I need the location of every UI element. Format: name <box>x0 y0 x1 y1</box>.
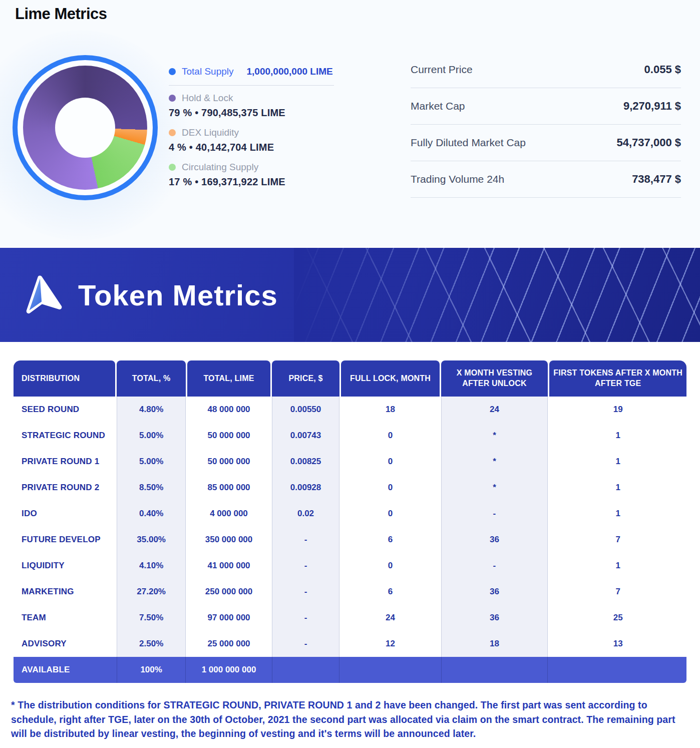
lime-metrics-section: Lime Metrics Total Supply 1,000,000,000 … <box>0 0 700 246</box>
table-cell: 0 <box>341 449 439 475</box>
stat-row: Trading Volume 24h738,477 $ <box>411 161 681 198</box>
token-distribution-table: DISTRIBUTIONTOTAL, %TOTAL, LIMEPRICE, $F… <box>14 360 686 683</box>
table-cell: 85 000 000 <box>187 475 270 501</box>
table-cell: 18 <box>341 397 439 423</box>
table-cell: 25 <box>549 605 686 631</box>
table-cell: - <box>272 553 340 579</box>
table-cell: 5.00% <box>117 449 186 475</box>
paper-plane-icon <box>20 271 66 318</box>
legend-dot-icon <box>169 164 176 171</box>
page-title: Lime Metrics <box>15 5 107 23</box>
table-cell: IDO <box>14 501 115 527</box>
table-cell: 27.20% <box>117 579 186 605</box>
table-cell: 1 000 000 000 <box>187 657 270 683</box>
stat-row: Fully Diluted Market Cap54,737,000 $ <box>411 125 681 161</box>
total-supply-label: Total Supply <box>182 66 234 77</box>
table-row: PRIVATE ROUND 15.00%50 000 0000.008250*1 <box>14 449 686 475</box>
legend-item-value: 4 % • 40,142,704 LIME <box>169 142 334 153</box>
stat-value: 54,737,000 $ <box>617 136 681 149</box>
table-header-cell: TOTAL, LIME <box>187 360 270 397</box>
legend-total-supply: Total Supply 1,000,000,000 LIME <box>169 66 334 77</box>
table-row: MARKETING27.20%250 000 000-6367 <box>14 579 686 605</box>
supply-donut-chart <box>13 55 158 200</box>
table-footnote: * The distribution conditions for STRATE… <box>11 698 688 741</box>
table-cell: PRIVATE ROUND 1 <box>14 449 115 475</box>
table-cell: 7 <box>549 579 686 605</box>
banner-title: Token Metrics <box>78 278 278 312</box>
table-cell: 24 <box>341 605 439 631</box>
table-cell <box>549 657 686 683</box>
table-header-cell: FULL LOCK, MONTH <box>341 360 439 397</box>
table-cell: PRIVATE ROUND 2 <box>14 475 115 501</box>
legend-item-label: Circulating Supply <box>182 162 258 173</box>
table-cell: 5.00% <box>117 423 186 449</box>
table-footer-row: AVAILABLE100%1 000 000 000 <box>14 657 686 683</box>
stat-row: Current Price0.055 $ <box>411 52 681 88</box>
stat-label: Market Cap <box>411 100 465 112</box>
legend-divider <box>169 85 334 86</box>
legend-item-head: Circulating Supply <box>169 162 334 173</box>
table-header-cell: TOTAL, % <box>117 360 186 397</box>
table-cell: 100% <box>117 657 186 683</box>
table-cell: 4.10% <box>117 553 186 579</box>
table-cell: 0.00743 <box>272 423 340 449</box>
table-cell: 0.00550 <box>272 397 340 423</box>
legend-dot-icon <box>169 95 176 102</box>
mesh-pattern <box>294 248 700 342</box>
legend-dot-icon <box>169 129 176 136</box>
legend-item-head: Hold & Lock <box>169 93 334 104</box>
table-cell: 0 <box>341 553 439 579</box>
table-row: LIQUIDITY4.10%41 000 000-0-1 <box>14 553 686 579</box>
table-cell: * <box>441 423 548 449</box>
table-cell: 250 000 000 <box>187 579 270 605</box>
table-cell: 13 <box>549 631 686 657</box>
table-cell: 4 000 000 <box>187 501 270 527</box>
table-cell: LIQUIDITY <box>14 553 115 579</box>
table-cell: 97 000 000 <box>187 605 270 631</box>
legend-item-label: DEX Liquidity <box>182 127 239 138</box>
table-row: PRIVATE ROUND 28.50%85 000 0000.009280*1 <box>14 475 686 501</box>
table-cell: 50 000 000 <box>187 449 270 475</box>
table-cell: - <box>272 527 340 553</box>
table-cell: * <box>441 475 548 501</box>
table-cell: 1 <box>549 475 686 501</box>
table-cell: - <box>272 631 340 657</box>
table-cell: 1 <box>549 553 686 579</box>
stat-value: 738,477 $ <box>632 173 681 186</box>
table-cell <box>441 657 548 683</box>
table-cell: SEED ROUND <box>14 397 115 423</box>
table-cell: 1 <box>549 449 686 475</box>
legend-item-head: DEX Liquidity <box>169 127 334 138</box>
market-stats-panel: Current Price0.055 $Market Cap9,270,911 … <box>411 52 681 198</box>
supply-legend: Total Supply 1,000,000,000 LIME Hold & L… <box>169 66 334 196</box>
table-cell: 12 <box>341 631 439 657</box>
table-row: ADVISORY2.50%25 000 000-121813 <box>14 631 686 657</box>
stat-label: Current Price <box>411 64 473 76</box>
table-cell: 2.50% <box>117 631 186 657</box>
table-row: STRATEGIC ROUND5.00%50 000 0000.007430*1 <box>14 423 686 449</box>
table-cell: 36 <box>441 579 548 605</box>
table-cell: * <box>441 449 548 475</box>
table-cell: 6 <box>341 579 439 605</box>
table-cell: 6 <box>341 527 439 553</box>
table-cell: 7 <box>549 527 686 553</box>
table-cell: ADVISORY <box>14 631 115 657</box>
table-cell: - <box>441 501 548 527</box>
donut-hole <box>55 98 115 158</box>
table-cell: 7.50% <box>117 605 186 631</box>
table-header-cell: X MONTH VESTING AFTER UNLOCK <box>441 360 548 397</box>
table-cell: 50 000 000 <box>187 423 270 449</box>
table-cell: 25 000 000 <box>187 631 270 657</box>
table-header-cell: FIRST TOKENS AFTER X MONTH AFTER TGE <box>549 360 686 397</box>
table-cell: 18 <box>441 631 548 657</box>
table-header-row: DISTRIBUTIONTOTAL, %TOTAL, LIMEPRICE, $F… <box>14 360 686 397</box>
table-row: FUTURE DEVELOP35.00%350 000 000-6367 <box>14 527 686 553</box>
table-cell: TEAM <box>14 605 115 631</box>
total-supply-dot-icon <box>169 68 176 75</box>
legend-item: Hold & Lock79 % • 790,485,375 LIME <box>169 93 334 119</box>
table-cell: 8.50% <box>117 475 186 501</box>
table-row: TEAM7.50%97 000 000-243625 <box>14 605 686 631</box>
table-cell: 0.00825 <box>272 449 340 475</box>
table-cell: - <box>272 579 340 605</box>
stat-value: 0.055 $ <box>644 63 681 76</box>
